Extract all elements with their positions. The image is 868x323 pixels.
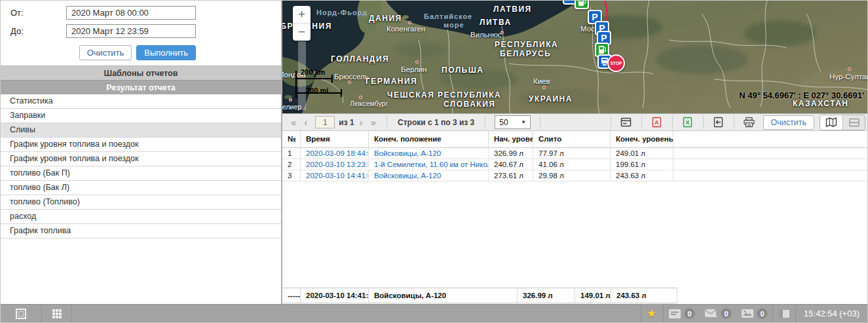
form-buttons: Очистить Выполнить — [1, 45, 196, 60]
export-file-icon[interactable] — [710, 114, 727, 131]
templates-header[interactable]: Шаблоны отчетов — [1, 66, 281, 80]
table-row[interactable]: 12020-03-09 18:44:06Войсковицы, А-120326… — [282, 148, 868, 159]
table-cell: Слито — [533, 131, 611, 147]
report-item[interactable]: топливо (Бак Л) — [1, 181, 281, 195]
table-row[interactable]: 32020-03-10 14:41:04Войсковицы, А-120273… — [282, 170, 868, 181]
table-cell: 243.63 л — [611, 288, 677, 303]
status-divider — [663, 305, 664, 322]
table-total-row: -----2020-03-10 14:41:04Войсковицы, А-12… — [282, 288, 677, 303]
mail-icon — [704, 309, 718, 318]
export-pdf-icon[interactable]: A — [649, 114, 666, 131]
table-cell[interactable]: 2020-03-10 14:41:04 — [301, 170, 369, 181]
status-divider — [71, 305, 72, 322]
report-item[interactable]: График уровня топлива и поездок — [1, 152, 281, 166]
report-item[interactable]: График топлива — [1, 224, 281, 238]
fuel-marker[interactable] — [575, 1, 589, 9]
map-label: ЛИТВА — [480, 18, 512, 27]
to-input[interactable] — [66, 24, 196, 38]
table-row[interactable]: 22020-03-10 13:23:581-й Семилетки, 11.60… — [282, 159, 868, 170]
table-cell: Войсковицы, А-120 — [369, 288, 518, 303]
stop-marker[interactable]: STOP — [607, 54, 625, 72]
city-dot — [289, 98, 292, 102]
export-excel-icon[interactable]: X — [679, 114, 696, 131]
map-scale: 200 km 200 mi — [293, 68, 352, 102]
city-dot — [500, 31, 504, 34]
map-label: ГОЛЛАНДИЯ — [331, 54, 389, 64]
map-view-toggle[interactable] — [820, 115, 842, 130]
page-first-button[interactable]: « — [287, 114, 300, 130]
table-cell: 149.01 л — [575, 288, 611, 303]
chevron-down-icon: ▼ — [521, 119, 526, 125]
map-label: КАЗАХСТАН — [793, 99, 849, 108]
grid-clear-button[interactable]: Очистить — [763, 115, 814, 130]
split-view-toggle[interactable] — [842, 115, 865, 130]
page-last-button[interactable]: » — [367, 114, 380, 130]
window-view-icon[interactable] — [1, 308, 41, 320]
map-label: РЕСПУБЛИКА — [495, 40, 558, 49]
report-window-icon[interactable] — [618, 114, 635, 131]
city-dot — [542, 86, 546, 89]
map[interactable]: ВЕЛИКОБРИТАНИЯНорд-ФьордДАНИЯКопенгагенБ… — [282, 1, 868, 113]
table-cell: ----- — [282, 288, 301, 303]
view-toggle-group — [820, 115, 865, 130]
report-item[interactable]: Сливы — [1, 123, 281, 138]
table-cell: 326.99 л — [518, 288, 575, 303]
clear-button[interactable]: Очистить — [79, 45, 132, 60]
favorites-star-icon[interactable]: ★ — [647, 307, 656, 320]
from-input[interactable] — [66, 6, 196, 20]
status-bar: ★ 0 0 0 15:42:54 (+03) — [1, 304, 868, 322]
notifications-count: 0 — [684, 308, 695, 319]
map-label: ДАНИЯ — [369, 14, 402, 23]
grid-view-icon[interactable] — [42, 308, 71, 320]
map-label: ЧЕШСКАЯ РЕСПУБЛИКА — [387, 90, 501, 100]
app-window: От: До: Очистить Выполнить Шаблоны отчет… — [0, 0, 868, 323]
report-panel: От: До: Очистить Выполнить Шаблоны отчет… — [1, 1, 282, 305]
table-cell: 2020-03-10 14:41:04 — [301, 288, 369, 303]
map-label: ПОЛЬША — [442, 66, 483, 75]
notes-icon — [668, 309, 681, 319]
table-cell[interactable]: Войсковицы, А-120 — [369, 148, 489, 159]
report-item[interactable]: топливо (Бак П) — [1, 166, 281, 181]
table-cell: Конеч. положение — [369, 131, 489, 147]
messages-badge[interactable]: 0 — [704, 308, 732, 319]
map-coordinates: N 49° 54.6967' : E 027° 30.6691' — [739, 90, 864, 100]
page-of-label: из 1 — [339, 118, 354, 127]
messages-count: 0 — [721, 308, 732, 319]
table-cell: 1 — [282, 148, 301, 159]
rows-info: Строки с 1 по 3 из 3 — [398, 118, 474, 127]
page-size-select[interactable]: 50 ▼ — [495, 115, 531, 129]
map-label: Копенгаген — [387, 25, 425, 33]
map-label: Нур-Султан — [829, 73, 868, 81]
table-cell[interactable]: 1-й Семилетки, 11.60 км от Никольское — [369, 159, 489, 170]
table-cell[interactable]: 2020-03-10 13:23:58 — [301, 159, 369, 170]
panel-layout-icon[interactable] — [773, 309, 795, 318]
table-cell[interactable]: 2020-03-09 18:44:06 — [301, 148, 369, 159]
table-cell: 199.61 л — [611, 159, 673, 170]
table-cell[interactable]: Войсковицы, А-120 — [369, 170, 489, 181]
table-cell: Конеч. уровень — [611, 131, 673, 147]
page-number-input[interactable]: 1 — [315, 116, 335, 128]
report-item[interactable]: топливо (Топливо) — [1, 195, 281, 210]
result-header[interactable]: Результат отчета — [1, 80, 281, 94]
zoom-in-button[interactable]: + — [293, 6, 311, 23]
page-prev-button[interactable]: ‹ — [300, 114, 311, 130]
page-next-button[interactable]: › — [356, 114, 367, 130]
map-label: СЛОВАКИЯ — [443, 100, 495, 109]
report-item[interactable]: расход — [1, 210, 281, 224]
from-row: От: — [1, 3, 281, 22]
map-label: Люксембург — [350, 100, 388, 107]
print-icon[interactable] — [741, 114, 758, 131]
zoom-out-button[interactable]: − — [293, 24, 311, 41]
table-cell: 326.99 л — [489, 148, 533, 159]
photos-badge[interactable]: 0 — [741, 308, 768, 319]
scale-km-label: 200 km — [301, 68, 325, 76]
city-dot — [408, 21, 411, 24]
notifications-badge[interactable]: 0 — [668, 308, 695, 319]
report-item[interactable]: Статистика — [1, 94, 281, 109]
execute-button[interactable]: Выполнить — [136, 45, 196, 60]
map-label: море — [443, 21, 464, 29]
to-label: До: — [10, 26, 66, 36]
map-label: Балтийское — [424, 12, 472, 20]
report-item[interactable]: График уровня топлива и поездок — [1, 138, 281, 152]
report-item[interactable]: Заправки — [1, 109, 281, 123]
